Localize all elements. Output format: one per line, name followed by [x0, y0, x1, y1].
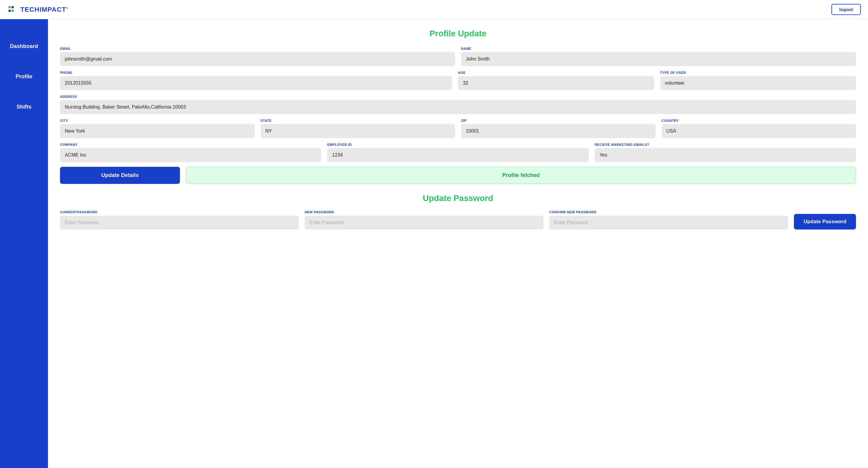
company-label: COMPANY [60, 143, 321, 147]
country-field[interactable] [662, 124, 856, 138]
age-field[interactable] [458, 76, 654, 90]
city-label: CITY [60, 119, 255, 122]
type-field[interactable] [660, 76, 856, 90]
profile-update-title: Profile Update [60, 29, 856, 38]
address-label: ADDRESS [60, 95, 856, 98]
employer-id-label: EMPLOYER ID [327, 143, 588, 147]
company-group: COMPANY [60, 143, 321, 162]
marketing-label: RECIEVE MARKETING EMAILS? [595, 143, 856, 147]
logout-button[interactable]: logout [831, 4, 861, 15]
current-password-group: CURRENTPASSWORD [60, 210, 299, 229]
country-label: COUNTRY [662, 119, 856, 122]
new-password-label: NEW PASSWORD [305, 210, 544, 214]
header: TECHIMPACT® logout [0, 0, 868, 19]
sidebar-item-shifts[interactable]: Shifts [0, 92, 48, 122]
marketing-field[interactable] [595, 148, 856, 162]
update-password-title: Update Password [60, 193, 856, 203]
city-group: CITY [60, 119, 255, 138]
confirm-password-group: CONFIRM NEW PASSWORD [550, 210, 788, 229]
employer-id-field[interactable] [327, 148, 588, 162]
new-password-group: NEW PASSWORD [305, 210, 544, 229]
state-group: STATE [261, 119, 455, 138]
phone-age-type-row: PHONE AGE TYPE OF USER [60, 71, 856, 90]
state-field[interactable] [261, 124, 455, 138]
city-field[interactable] [60, 124, 255, 138]
logo: TECHIMPACT® [7, 4, 69, 15]
svg-point-0 [8, 6, 11, 8]
phone-group: PHONE [60, 71, 452, 90]
logo-icon [7, 4, 18, 15]
zip-field[interactable] [461, 124, 656, 138]
age-label: AGE [458, 71, 654, 74]
address-row: ADDRESS [60, 95, 856, 114]
logo-trademark: ® [66, 6, 69, 9]
company-employer-marketing-row: COMPANY EMPLOYER ID RECIEVE MARKETING EM… [60, 143, 856, 162]
update-details-button[interactable]: Update Details [60, 167, 180, 184]
action-row: Update Details Profile fetched [60, 167, 856, 184]
zip-group: ZIP [461, 119, 656, 138]
zip-label: ZIP [461, 119, 656, 122]
name-label: NAME [461, 47, 856, 51]
phone-label: PHONE [60, 71, 452, 74]
svg-point-3 [11, 9, 14, 12]
country-group: COUNTRY [662, 119, 856, 138]
phone-field[interactable] [60, 76, 452, 90]
company-field[interactable] [60, 148, 321, 162]
layout: Dashboard Profile Shifts Profile Update … [0, 19, 868, 468]
type-group: TYPE OF USER [660, 71, 856, 90]
confirm-password-label: CONFIRM NEW PASSWORD [550, 210, 788, 214]
email-group: EMAIL [60, 47, 455, 66]
email-field[interactable] [60, 52, 455, 66]
password-row: CURRENTPASSWORD NEW PASSWORD CONFIRM NEW… [60, 210, 856, 229]
new-password-field[interactable] [305, 216, 544, 229]
current-password-field[interactable] [60, 216, 299, 229]
svg-point-2 [8, 9, 11, 12]
logo-text: TECHIMPACT® [21, 6, 69, 13]
age-group: AGE [458, 71, 654, 90]
sidebar: Dashboard Profile Shifts [0, 19, 48, 468]
address-group: ADDRESS [60, 95, 856, 114]
email-name-row: EMAIL NAME [60, 47, 856, 66]
city-state-zip-country-row: CITY STATE ZIP COUNTRY [60, 119, 856, 138]
address-field[interactable] [60, 100, 856, 114]
employer-id-group: EMPLOYER ID [327, 143, 588, 162]
sidebar-item-dashboard[interactable]: Dashboard [0, 31, 48, 62]
state-label: STATE [261, 119, 455, 122]
update-password-button[interactable]: Update Password [794, 214, 856, 229]
type-label: TYPE OF USER [660, 71, 856, 74]
main-content: Profile Update EMAIL NAME PHONE AGE [48, 19, 868, 468]
sidebar-item-profile[interactable]: Profile [0, 62, 48, 92]
confirm-password-field[interactable] [550, 216, 788, 229]
current-password-label: CURRENTPASSWORD [60, 210, 299, 214]
email-label: EMAIL [60, 47, 455, 51]
svg-point-1 [11, 6, 14, 8]
name-field[interactable] [461, 52, 856, 66]
profile-status-message: Profile fetched [186, 167, 856, 184]
marketing-group: RECIEVE MARKETING EMAILS? [595, 143, 856, 162]
name-group: NAME [461, 47, 856, 66]
